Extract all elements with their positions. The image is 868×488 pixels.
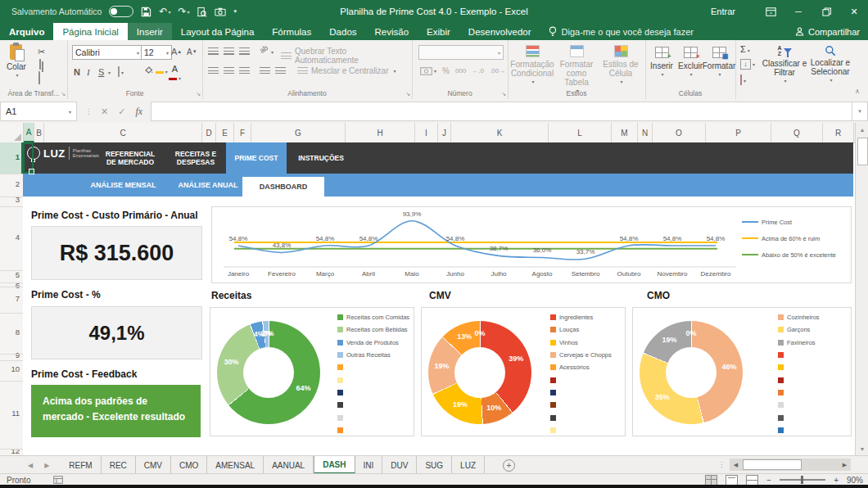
format-painter-button[interactable]	[38, 75, 40, 84]
find-select-button[interactable]: Localizar e Selecionar ▾	[809, 45, 852, 85]
sheet-tab-cmv[interactable]: CMV	[136, 456, 171, 474]
increase-decimal-button[interactable]: ←.0	[472, 67, 484, 75]
column-header-f[interactable]: F	[234, 123, 251, 142]
row-header-5[interactable]: 5	[16, 270, 20, 279]
autosave-toggle[interactable]	[109, 6, 133, 17]
column-header-a[interactable]: A	[24, 123, 34, 142]
scroll-right-icon[interactable]: ▶	[839, 459, 851, 471]
sheet-tab-luz[interactable]: LUZ	[452, 456, 485, 474]
select-all-corner[interactable]	[0, 123, 24, 142]
sheet-tab-sug[interactable]: SUG	[417, 456, 452, 474]
alignment-dialog-launcher-icon[interactable]: ↘	[405, 91, 410, 97]
decrease-indent-icon[interactable]	[260, 67, 270, 75]
sheet-tab-amensal[interactable]: AMENSAL	[207, 456, 264, 474]
sheet-tab-dash[interactable]: DASH	[314, 456, 355, 474]
autosum-button[interactable]: Σ▾	[740, 44, 750, 54]
ribbon-tab-revisao[interactable]: Revisão	[366, 23, 418, 40]
subnav-analise-mensal[interactable]: ANÁLISE MENSAL	[80, 174, 166, 197]
format-cells-button[interactable]: ▦ Formatar ▾	[704, 47, 734, 79]
row-header-4[interactable]: 4	[16, 233, 20, 242]
column-header-h[interactable]: H	[346, 123, 415, 142]
column-header-k[interactable]: K	[451, 123, 549, 142]
copy-button[interactable]	[39, 60, 41, 69]
underline-button[interactable]: S	[98, 66, 104, 79]
redo-caret-icon[interactable]: ▾	[187, 9, 189, 15]
sort-filter-button[interactable]: AZ Classificar e Filtrar ▾	[762, 45, 807, 86]
format-as-table-button[interactable]: Formatar como Tabela ▾	[555, 45, 598, 96]
row-header-11[interactable]: 11	[11, 409, 20, 418]
horizontal-scroll-thumb[interactable]	[743, 459, 802, 470]
subnav-analise-anual[interactable]: ANÁLISE ANUAL	[170, 174, 246, 197]
align-center-icon[interactable]	[224, 67, 234, 75]
collapse-ribbon-icon[interactable]: ∧	[855, 88, 860, 95]
wrap-text-button[interactable]: Quebrar Texto Automaticamente	[281, 47, 412, 65]
expand-formula-bar-icon[interactable]: ▾	[852, 102, 868, 121]
sheet-next-icon[interactable]: ▶	[44, 462, 49, 469]
sheet-tab-aanual[interactable]: AANUAL	[264, 456, 314, 474]
row-header-2[interactable]: 2	[16, 179, 20, 188]
ribbon-tab-arquivo[interactable]: Arquivo	[0, 23, 53, 40]
align-right-icon[interactable]	[239, 67, 250, 75]
column-header-n[interactable]: N	[638, 123, 653, 142]
horizontal-scroll-track[interactable]	[742, 459, 839, 471]
customize-toolbar-icon[interactable]: ▾	[233, 8, 237, 15]
zoom-in-icon[interactable]: +	[834, 476, 839, 485]
font-dialog-launcher-icon[interactable]: ↘	[196, 91, 201, 97]
column-header-c[interactable]: C	[44, 123, 202, 142]
ribbon-tab-desenvolvedor[interactable]: Desenvolvedor	[459, 23, 540, 40]
nav-referencial-de-mercado[interactable]: REFERENCIALDE MERCADO	[95, 142, 165, 174]
borders-button[interactable]: ▾	[118, 67, 124, 76]
undo-icon[interactable]: ↶▾	[159, 6, 170, 17]
percent-style-button[interactable]: %	[442, 66, 450, 75]
confirm-entry-icon[interactable]: ✓	[118, 106, 125, 117]
row-header-12[interactable]: 12	[11, 446, 20, 455]
accounting-caret-icon[interactable]: ▾	[434, 68, 436, 74]
scroll-left-icon[interactable]: ◀	[730, 459, 742, 471]
formula-drag-handle-icon[interactable]: ⋮	[85, 108, 91, 115]
delete-cells-button[interactable]: × Excluir ▾	[676, 47, 704, 79]
ribbon-tab-inserir[interactable]: Inserir	[128, 23, 172, 40]
column-header-l[interactable]: L	[549, 123, 612, 142]
ribbon-tab-dados[interactable]: Dados	[320, 23, 365, 40]
tab-split-handle-icon[interactable]: ⋮	[718, 461, 726, 468]
horizontal-scrollbar[interactable]: ⋮ ◀ ▶	[718, 459, 853, 471]
new-sheet-button[interactable]: +	[503, 456, 515, 474]
camera-icon[interactable]	[215, 7, 226, 16]
underline-caret-icon[interactable]: ▾	[108, 70, 111, 75]
column-header-d[interactable]: D	[202, 123, 216, 142]
print-preview-icon[interactable]	[197, 7, 207, 17]
zoom-out-icon[interactable]: −	[766, 476, 771, 485]
increase-indent-icon[interactable]	[275, 67, 286, 75]
nav-prime-cost[interactable]: PRIME COST	[226, 142, 287, 174]
restore-button[interactable]	[812, 0, 840, 23]
ribbon-tab-pagina-inicial[interactable]: Página Inicial	[53, 23, 127, 40]
cell-styles-button[interactable]: Estilos de Célula ▾	[599, 45, 642, 87]
close-button[interactable]: ✕	[840, 0, 868, 23]
column-header-e[interactable]: E	[216, 123, 234, 142]
orientation-caret-icon[interactable]: ▾	[271, 49, 274, 55]
accounting-format-icon[interactable]	[420, 67, 432, 75]
sheet-tab-refm[interactable]: REFM	[61, 456, 101, 474]
sheet-tab-rec[interactable]: REC	[102, 456, 136, 474]
sheet-tab-duv[interactable]: DUV	[382, 456, 417, 474]
share-button[interactable]: Compartilhar	[795, 23, 860, 40]
cut-button[interactable]: ✂	[38, 45, 45, 58]
undo-caret-icon[interactable]: ▾	[168, 9, 170, 15]
sheet-tab-ini[interactable]: INI	[355, 456, 383, 474]
nav-instrucoes[interactable]: INSTRUÇÕES	[290, 142, 352, 174]
fill-button[interactable]: ↓▾	[740, 59, 755, 70]
subnav-dashboard[interactable]: DASHBOARD	[242, 177, 324, 197]
name-box[interactable]: A1 ▾	[0, 102, 77, 121]
column-header-o[interactable]: O	[653, 123, 706, 142]
column-header-g[interactable]: G	[251, 123, 346, 142]
column-header-r[interactable]: R	[823, 123, 854, 142]
sign-in-button[interactable]: Entrar	[711, 7, 735, 16]
number-dialog-launcher-icon[interactable]: ↘	[501, 91, 506, 97]
row-header-7[interactable]: 7	[16, 294, 20, 303]
redo-icon[interactable]: ↷▾	[178, 6, 189, 17]
cancel-entry-icon[interactable]: ✕	[101, 106, 108, 117]
column-header-p[interactable]: P	[706, 123, 771, 142]
align-bottom-icon[interactable]	[239, 47, 250, 55]
increase-font-size-button[interactable]: A▲	[171, 45, 182, 58]
normal-view-icon[interactable]	[705, 475, 717, 486]
